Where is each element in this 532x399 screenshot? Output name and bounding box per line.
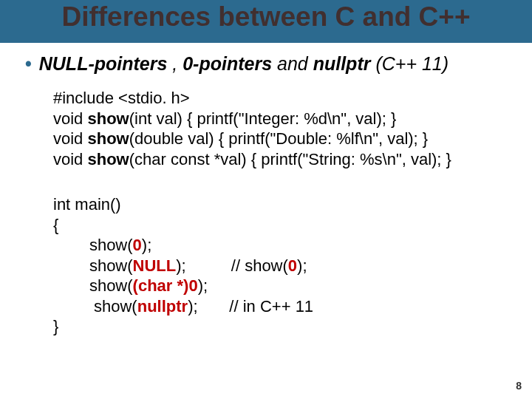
code-line: (char const *val) { printf("String: %s\n… <box>129 150 451 168</box>
code-fn: show <box>87 129 129 148</box>
code-line: int main() <box>53 195 121 214</box>
code-arg: 0 <box>288 256 297 275</box>
code-arg: 0 <box>133 236 142 254</box>
code-line: (double val) { printf("Double: %lf\n", v… <box>129 129 428 148</box>
bullet-line: • NULL-pointers , 0-pointers and nullptr… <box>21 53 511 75</box>
code-fn: show <box>87 150 129 168</box>
code-line: ); <box>198 276 208 295</box>
code-arg: NULL <box>133 256 177 275</box>
slide-title: Differences between C and C++ <box>0 1 532 33</box>
code-block-2: int main() { show(0); show(NULL); // sho… <box>53 194 511 337</box>
code-line: ); // show( <box>176 256 288 275</box>
page-number: 8 <box>516 380 522 392</box>
code-line: } <box>53 317 58 335</box>
code-line: ); // in C++ 11 <box>188 297 313 316</box>
term-tail: (C++ 11) <box>370 53 449 74</box>
code-line: show( <box>53 276 133 295</box>
code-line: void <box>53 129 87 148</box>
code-line: (int val) { printf("Integer: %d\n", val)… <box>129 109 397 128</box>
bullet-text: NULL-pointers , 0-pointers and nullptr (… <box>39 53 449 75</box>
code-line: show( <box>53 256 133 275</box>
code-line: show( <box>53 236 133 254</box>
code-arg: (char *)0 <box>133 276 198 295</box>
slide-content: • NULL-pointers , 0-pointers and nullptr… <box>0 43 532 337</box>
code-fn: show <box>87 109 129 128</box>
code-line: void <box>53 109 87 128</box>
code-line: #include <stdio. h> <box>53 89 190 107</box>
term-nullptr: nullptr <box>313 53 371 74</box>
bullet-dot-icon: • <box>25 53 32 75</box>
code-line: show( <box>53 297 137 316</box>
code-line: { <box>53 216 58 234</box>
code-block-1: #include <stdio. h> void show(int val) {… <box>53 88 511 169</box>
term-zero-pointers: 0-pointers <box>183 53 272 74</box>
code-arg: nullptr <box>137 297 188 316</box>
term-null-pointers: NULL-pointers <box>39 53 168 74</box>
code-line: ); <box>297 256 307 275</box>
code-line: void <box>53 150 87 168</box>
code-line: ); <box>142 236 151 254</box>
